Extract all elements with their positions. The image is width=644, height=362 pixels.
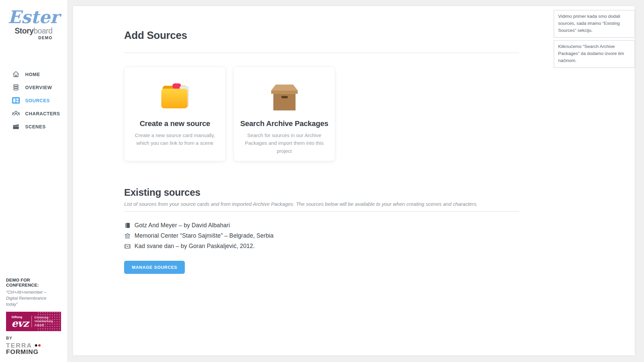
existing-sources-description: List of sources from your source cards a… xyxy=(124,201,519,207)
evz-right-block: Erinnerung Verantwortung Zukunft xyxy=(32,316,53,327)
app-logo: Ester Storyboard DEMO xyxy=(0,0,67,41)
page-title: Add Sources xyxy=(124,29,519,42)
card-title: Create a new source xyxy=(124,119,225,128)
demo-conference-title: DEMO FOR CONFERENCE: xyxy=(6,278,62,288)
sidebar-item-label: HOME xyxy=(25,72,40,77)
manage-sources-button[interactable]: MANAGE SOURCES xyxy=(124,261,185,274)
characters-icon xyxy=(11,109,20,118)
tooltip-existing-sources: Vidimo primer kada smo dodali sources, s… xyxy=(554,10,635,38)
logo-story: Story xyxy=(15,26,34,35)
demo-conference-quote: “Ctrl+Alt+remember – Digital Remembrance… xyxy=(6,289,59,307)
terra-dots-icon xyxy=(35,344,41,347)
create-new-source-card[interactable]: Create a new source Create a new source … xyxy=(124,66,226,161)
sidebar-item-label: SCENES xyxy=(25,124,46,129)
book-icon xyxy=(124,222,131,229)
scenes-icon xyxy=(11,122,20,131)
logo-board: board xyxy=(34,26,52,35)
sidebar-item-sources[interactable]: SOURCES xyxy=(0,94,67,107)
main-content: Add Sources xyxy=(73,6,519,274)
evz-left-block: Stiftung evz xyxy=(6,315,29,328)
source-list-item: Kad svane dan – by Goran Paskaljević, 20… xyxy=(124,241,519,251)
terra-word: TERRA xyxy=(6,342,32,349)
evz-foundation-logo: Stiftung evz Erinnerung Verantwortung Zu… xyxy=(6,312,61,331)
terraforming-logo: TERRA xyxy=(6,342,62,349)
source-text: Kad svane dan – by Goran Paskaljević, 20… xyxy=(135,243,255,250)
main-panel: Add Sources xyxy=(73,6,635,355)
card-title: Search Archive Packages xyxy=(234,119,335,128)
sidebar-footer: DEMO FOR CONFERENCE: “Ctrl+Alt+remember … xyxy=(6,278,62,355)
evz-line-2: Verantwortung xyxy=(35,319,53,323)
source-text: Gotz And Meyer – by David Albahari xyxy=(135,222,230,229)
logo-ester: Ester xyxy=(0,7,67,26)
by-label: BY xyxy=(6,336,62,341)
card-description: Search for sources in our Archive Packag… xyxy=(240,131,329,155)
sidebar-nav: HOME OVERVIEW SOURCES xyxy=(0,68,67,133)
divider-existing xyxy=(124,211,519,212)
film-icon xyxy=(124,243,131,250)
evz-line-3: Zukunft xyxy=(35,323,53,327)
overview-icon xyxy=(11,83,20,92)
tooltip-search-archive: Kliknućemo “Search Archive Packages” da … xyxy=(554,40,635,68)
source-list-item: Gotz And Meyer – by David Albahari xyxy=(124,220,519,231)
card-description: Create a new source card manually, which… xyxy=(130,131,220,147)
add-source-cards: Create a new source Create a new source … xyxy=(124,66,519,161)
sidebar-item-home[interactable]: HOME xyxy=(0,68,67,81)
sidebar-item-overview[interactable]: OVERVIEW xyxy=(0,81,67,94)
search-archive-packages-card[interactable]: Search Archive Packages Search for sourc… xyxy=(233,66,335,161)
sidebar-item-characters[interactable]: CHARACTERS xyxy=(0,107,67,120)
existing-sources-list: Gotz And Meyer – by David Albahari Memor… xyxy=(124,220,519,251)
divider-top xyxy=(124,53,519,53)
evz-wordmark: evz xyxy=(11,319,29,328)
sidebar-item-label: SOURCES xyxy=(25,98,50,103)
logo-wordmark: Storyboard DEMO xyxy=(15,27,53,40)
home-icon xyxy=(11,70,20,79)
sidebar-item-label: OVERVIEW xyxy=(25,85,52,90)
evz-line-1: Erinnerung xyxy=(35,316,53,319)
source-list-item: Memorial Center “Staro Sajmište” – Belgr… xyxy=(124,231,519,241)
logo-demo-badge: DEMO xyxy=(15,36,53,40)
sidebar-item-scenes[interactable]: SCENES xyxy=(0,120,67,133)
sources-icon xyxy=(11,96,20,105)
forming-word: FORMING xyxy=(6,349,62,355)
source-text: Memorial Center “Staro Sajmište” – Belgr… xyxy=(135,232,274,239)
box-icon xyxy=(234,82,335,112)
sidebar: Ester Storyboard DEMO HOME xyxy=(0,0,67,362)
sidebar-item-label: CHARACTERS xyxy=(25,111,60,116)
museum-icon xyxy=(124,233,131,239)
existing-sources-title: Existing sources xyxy=(124,187,519,198)
guide-tooltips: Vidimo primer kada smo dodali sources, s… xyxy=(554,10,635,70)
folder-icon xyxy=(124,82,225,112)
